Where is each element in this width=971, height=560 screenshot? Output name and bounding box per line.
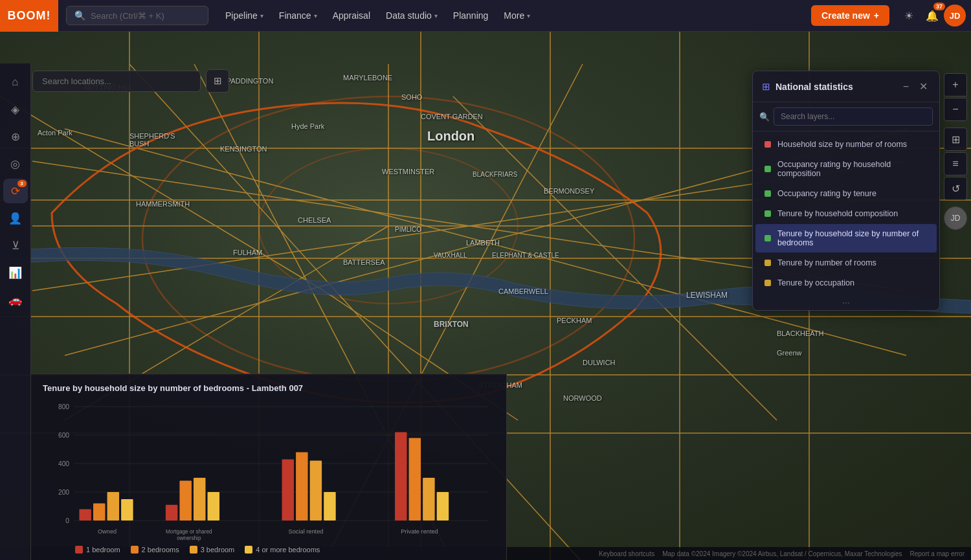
location-input[interactable]: [32, 71, 201, 92]
create-new-button[interactable]: Create new +: [811, 5, 889, 26]
svg-rect-39: [107, 492, 119, 521]
map-container[interactable]: London PADDINGTON NOTTING HILL WESTMINST…: [0, 32, 971, 560]
layer-item-tenure-bedrooms[interactable]: Tenure by household size by number of be…: [755, 224, 937, 252]
zoom-out-button[interactable]: −: [944, 98, 967, 121]
panel-close-button[interactable]: ✕: [917, 79, 930, 94]
user-icon: JD: [951, 214, 961, 223]
search-layers-icon: 🔍: [759, 112, 770, 122]
panel-title: National statistics: [776, 82, 895, 92]
layer-item-occupancy-tenure[interactable]: Occupancy rating by tenure: [755, 184, 937, 203]
svg-rect-54: [409, 438, 421, 521]
legend-label-1bedroom: 1 bedroom: [86, 546, 120, 554]
table-icon: ⊞: [952, 133, 960, 146]
layer-list: Household size by number of rooms Occupa…: [753, 131, 939, 296]
svg-text:ownership: ownership: [177, 534, 201, 541]
sidebar-activity-button[interactable]: ⟳ 3: [3, 179, 28, 203]
sidebar-location-button[interactable]: ◎: [3, 151, 28, 176]
layer-color-indicator: [765, 280, 771, 286]
svg-text:Owned: Owned: [98, 527, 117, 534]
svg-rect-51: [324, 492, 335, 521]
layer-item-household-size[interactable]: Household size by number of rooms: [755, 135, 937, 154]
layer-item-tenure-household-comp[interactable]: Tenure by household composition: [755, 204, 937, 223]
sidebar-home-button[interactable]: ⌂: [3, 70, 28, 95]
layer-color-indicator: [765, 235, 771, 241]
layer-color-indicator: [765, 166, 771, 172]
sidebar-target-button[interactable]: ⊕: [3, 124, 28, 149]
layer-search-area: 🔍: [753, 102, 939, 131]
map-pin-icon: ◎: [10, 157, 20, 171]
nav-pipeline[interactable]: Pipeline ▾: [219, 6, 270, 25]
report-error-link[interactable]: Report a map error: [910, 550, 965, 557]
filter-icon: ⊻: [12, 239, 19, 252]
layer-label: Occupancy rating by tenure: [777, 189, 876, 198]
layer-item-tenure-occupation[interactable]: Tenure by occupation: [755, 273, 937, 293]
chart-area: 800 600 400 200 0 Owned: [43, 399, 495, 542]
svg-rect-42: [166, 505, 177, 521]
user-account-button[interactable]: JD: [944, 207, 967, 230]
layer-item-tenure-rooms[interactable]: Tenure by number of rooms: [755, 253, 937, 273]
left-sidebar: ⌂ ◈ ⊕ ◎ ⟳ 3 👤 ⊻ 📊 🚗: [0, 63, 31, 560]
svg-rect-48: [282, 459, 294, 521]
top-navigation: BOOM! 🔍 Search (Ctrl/⌘ + K) Pipeline ▾ F…: [0, 0, 971, 32]
global-search[interactable]: 🔍 Search (Ctrl/⌘ + K): [66, 6, 208, 25]
layer-item-occupancy-household[interactable]: Occupancy rating by household compositio…: [755, 155, 937, 183]
sidebar-chart-button[interactable]: 📊: [3, 260, 28, 285]
map-view-toggle-button[interactable]: ⊞: [206, 69, 229, 93]
keyboard-shortcuts-link[interactable]: Keyboard shortcuts: [599, 550, 654, 557]
chart-legend: 1 bedroom 2 bedrooms 3 bedroom 4 or more…: [43, 546, 495, 554]
notifications-button[interactable]: 🔔 37: [921, 4, 944, 27]
layer-search-input[interactable]: [774, 107, 933, 126]
sun-icon: ☀: [904, 10, 913, 22]
sidebar-person-button[interactable]: 👤: [3, 206, 28, 230]
bell-icon: 🔔: [926, 10, 939, 22]
layer-color-indicator: [765, 141, 771, 148]
map-history-button[interactable]: ↺: [944, 177, 967, 200]
svg-rect-50: [310, 461, 322, 521]
nav-finance[interactable]: Finance ▾: [273, 6, 324, 25]
layer-color-indicator: [765, 190, 771, 197]
svg-text:600: 600: [58, 431, 69, 439]
svg-text:0: 0: [65, 517, 69, 524]
svg-rect-44: [194, 478, 205, 521]
more-arrow-icon: ▾: [527, 12, 530, 19]
location-search-bar: ⊞: [32, 69, 229, 93]
home-icon: ⌂: [12, 76, 18, 89]
svg-rect-53: [395, 432, 407, 521]
svg-text:Mortgage or shared: Mortgage or shared: [166, 528, 212, 535]
minus-zoom-icon: −: [952, 104, 958, 115]
data-studio-arrow-icon: ▾: [434, 12, 438, 19]
svg-rect-45: [208, 492, 219, 521]
chart-title: Tenure by household size by number of be…: [43, 383, 495, 393]
layer-label: Tenure by household composition: [777, 209, 898, 218]
sidebar-layers-button[interactable]: ◈: [3, 97, 28, 122]
chart-panel: Tenure by household size by number of be…: [31, 374, 507, 560]
sidebar-filter-button[interactable]: ⊻: [3, 233, 28, 258]
legend-label-4plus: 4 or more bedrooms: [256, 546, 320, 554]
car-icon: 🚗: [8, 293, 22, 307]
zoom-in-button[interactable]: +: [944, 73, 967, 96]
sidebar-car-button[interactable]: 🚗: [3, 287, 28, 312]
user-avatar[interactable]: JD: [944, 5, 966, 27]
person-icon: 👤: [8, 212, 22, 225]
theme-toggle-button[interactable]: ☀: [897, 4, 921, 27]
layers-icon: ◈: [11, 103, 19, 117]
pipeline-arrow-icon: ▾: [260, 12, 263, 19]
panel-minimize-button[interactable]: −: [900, 80, 911, 94]
map-layer-button[interactable]: ≡: [944, 152, 967, 175]
national-stats-panel: ⊞ National statistics − ✕ 🔍 Household si…: [752, 71, 940, 311]
map-table-button[interactable]: ⊞: [944, 128, 967, 151]
legend-item-3bedroom: 3 bedroom: [190, 546, 235, 554]
nav-more[interactable]: More ▾: [497, 6, 537, 25]
svg-rect-43: [179, 480, 191, 521]
svg-text:800: 800: [58, 403, 69, 410]
legend-color-1bedroom: [75, 546, 83, 554]
legend-item-4plus: 4 or more bedrooms: [245, 546, 320, 554]
bar-chart: 800 600 400 200 0 Owned: [43, 399, 495, 542]
nav-data-studio[interactable]: Data studio ▾: [379, 6, 444, 25]
nav-appraisal[interactable]: Appraisal: [326, 6, 377, 25]
legend-item-2bedrooms: 2 bedrooms: [131, 546, 179, 554]
svg-text:400: 400: [58, 460, 69, 467]
panel-resize-handle[interactable]: ⋯: [753, 296, 939, 310]
nav-planning[interactable]: Planning: [447, 6, 495, 25]
activity-badge: 3: [17, 180, 27, 187]
